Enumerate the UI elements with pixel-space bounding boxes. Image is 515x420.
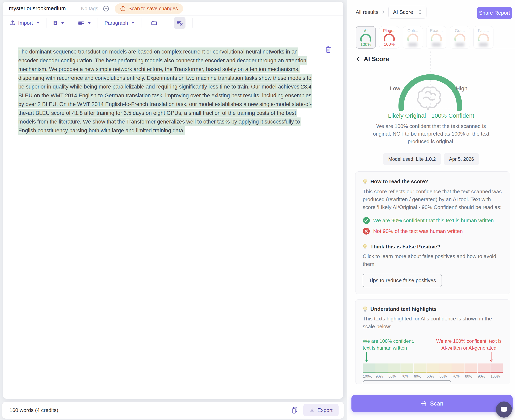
score-card-readability[interactable]: Read... [426, 26, 446, 49]
add-tag-button[interactable] [103, 5, 109, 12]
results-panel: All results AI Score Share Report AI 100… [347, 0, 515, 420]
alignment-button[interactable] [78, 20, 91, 26]
highlights-body: This texts highlighted for AI's confiden… [363, 315, 503, 330]
negative-reading: Not 90% of the text was human written [373, 228, 463, 234]
scan-button[interactable]: Scan [351, 395, 513, 412]
score-card-label: Fact... [478, 28, 489, 33]
chat-bubble-icon [500, 405, 508, 413]
scale-cell: 60% [439, 363, 452, 379]
share-report-button[interactable]: Share Report [477, 7, 512, 19]
scale-cell: 90% [375, 363, 388, 379]
false-positive-body: Click to learn more about false positive… [363, 252, 503, 268]
trash-icon [325, 46, 332, 53]
upload-icon [10, 20, 16, 26]
score-card-ai[interactable]: AI 100% [356, 26, 376, 49]
gauge-arc-icon [453, 33, 467, 42]
toolbar-divider [46, 18, 46, 28]
download-icon [309, 407, 315, 413]
date-badge: Apr 5, 2026 [444, 153, 479, 165]
paragraph-style-label: Paragraph [104, 20, 128, 26]
plus-circle-icon [103, 5, 109, 12]
chevron-updown-icon [418, 9, 422, 15]
toolbar-divider [71, 18, 71, 28]
gauge-arc-icon [359, 33, 373, 42]
verdict-detail-text: We are 100% confident that the text scan… [367, 122, 495, 145]
bold-label: B [53, 20, 58, 26]
gauge-arc-icon [406, 33, 420, 42]
document-header: mysteriousrookmedium... No tags Scan to … [3, 2, 343, 16]
score-card-plagiarism[interactable]: Plagi... 100% [379, 26, 399, 49]
chevron-down-icon [61, 22, 64, 24]
copy-button[interactable] [291, 406, 298, 414]
cropped-button[interactable] [363, 380, 451, 384]
panel-divider [347, 49, 515, 49]
import-button[interactable]: Import [10, 20, 39, 26]
how-to-read-title: How to read the score? [370, 178, 428, 185]
clear-formatting-button[interactable] [174, 17, 186, 29]
back-button[interactable] [356, 56, 360, 62]
highlighted-text[interactable]: The dominant sequence transduction model… [18, 47, 312, 135]
score-card-label: Opti... [407, 28, 418, 33]
check-circle-icon [363, 217, 370, 224]
clapperboard-button[interactable] [148, 17, 160, 29]
scale-cell: 80% [388, 363, 401, 379]
blurred-value [455, 43, 464, 47]
text-highlights-card: Understand text highlights This texts hi… [355, 299, 510, 384]
score-cards-row: AI 100% Plagi... 100% Opti... Read... Gr… [356, 26, 493, 49]
toolbar-divider [192, 18, 193, 28]
document-text[interactable]: The dominant sequence transduction model… [18, 47, 313, 135]
toolbar-divider [167, 18, 167, 28]
scale-cell: 60% [414, 363, 426, 379]
x-circle-icon [363, 227, 370, 235]
editor-toolbar: Import B Paragraph [3, 16, 343, 30]
chevron-down-icon [132, 22, 134, 24]
info-icon [120, 6, 126, 12]
lightbulb-icon [363, 244, 367, 250]
scale-cell: 100% [491, 363, 503, 379]
toolbar-divider [97, 18, 98, 28]
chat-widget-button[interactable] [496, 402, 512, 418]
clear-formatting-icon [176, 20, 183, 26]
confidence-scale: 100% 90% 80% 70% 60% 50% 60% 70% 80% 90%… [363, 363, 503, 379]
blurred-value [408, 43, 417, 47]
paragraph-style-select[interactable]: Paragraph [104, 20, 134, 26]
export-label: Export [317, 407, 333, 413]
human-confidence-label: We are 100% confident, text is human wri… [363, 338, 423, 351]
ai-confidence-label: We are 100% confident, text is AI-writte… [435, 338, 503, 351]
scale-cell: 70% [452, 363, 464, 379]
breadcrumb-all-results[interactable]: All results [356, 9, 378, 15]
delete-text-button[interactable] [325, 46, 332, 54]
editor-footer-bar: 160 words (4 credits) Export [2, 402, 344, 419]
score-card-optimization[interactable]: Opti... [403, 26, 423, 49]
tips-button[interactable]: Tips to reduce false positives [363, 274, 442, 287]
model-badge: Model used: Lite 1.0.2 [383, 153, 441, 165]
score-card-label: Plagi... [383, 28, 395, 33]
blurred-value [479, 43, 488, 47]
align-left-icon [78, 20, 84, 26]
highlights-title: Understand text highlights [370, 306, 437, 312]
scan-label: Scan [430, 400, 443, 407]
score-card-label: AI [364, 29, 368, 33]
blurred-value [432, 43, 441, 47]
bold-button[interactable]: B [53, 20, 64, 26]
scan-document-icon [421, 400, 427, 407]
red-down-arrow-icon [489, 351, 493, 363]
no-tags-label: No tags [81, 6, 98, 11]
export-button[interactable]: Export [303, 404, 339, 416]
score-card-grammar[interactable]: Gra... [450, 26, 470, 49]
ai-score-gauge: Low High [377, 50, 482, 111]
document-editor-card: mysteriousrookmedium... No tags Scan to … [3, 2, 343, 399]
how-to-read-body: This score reflects our confidence that … [363, 188, 503, 211]
document-title[interactable]: mysteriousrookmedium... [9, 5, 70, 12]
document-body: The dominant sequence transduction model… [3, 30, 343, 135]
scale-cell: 50% [426, 363, 439, 379]
score-card-value: 100% [384, 42, 395, 47]
gauge-arc-icon [382, 33, 396, 42]
scale-cell: 70% [401, 363, 413, 379]
chevron-left-icon [356, 56, 360, 62]
score-card-facts[interactable]: Fact... [473, 26, 493, 49]
gauge-high-label: High [456, 85, 468, 92]
lightbulb-icon [363, 179, 367, 185]
score-type-select[interactable]: AI Score [388, 6, 427, 18]
positive-reading: We are 90% confident that this text is h… [373, 218, 494, 224]
